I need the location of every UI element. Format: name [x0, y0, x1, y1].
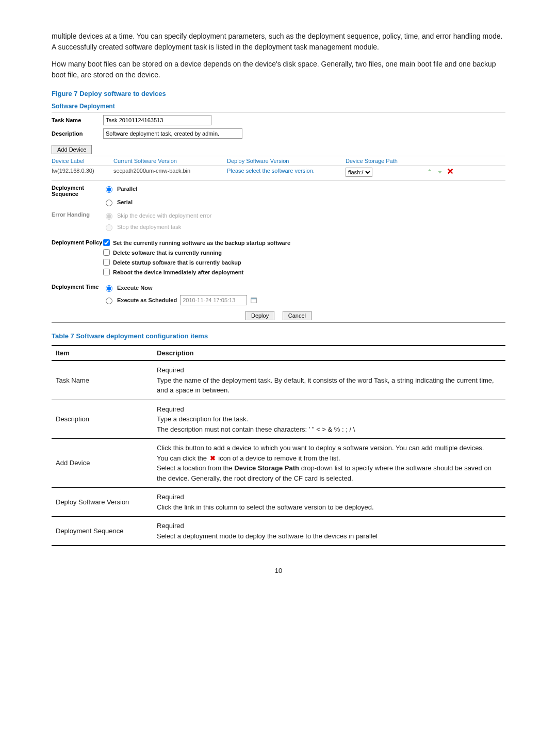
device-version-cell: secpath2000um-cmw-back.bin — [113, 168, 227, 177]
row-deployment-sequence-item: Deployment Sequence — [52, 517, 153, 546]
calendar-icon[interactable] — [250, 297, 257, 304]
deployment-sequence-label: Deployment Sequence — [52, 185, 103, 197]
err-stop-radio — [106, 224, 112, 231]
table-caption: Table 7 Software deployment configuratio… — [52, 332, 505, 340]
policy-delete-startup-label: Delete startup software that is currentl… — [113, 259, 241, 266]
row-deployment-sequence-desc: Required Select a deployment mode to dep… — [153, 517, 505, 546]
remove-x-icon: ✖ — [209, 454, 217, 462]
task-name-label: Task Name — [52, 117, 103, 123]
col-current-version: Current Software Version — [113, 158, 227, 164]
page-number: 10 — [52, 567, 505, 574]
policy-backup-label: Set the currently running software as th… — [113, 240, 290, 246]
row-description-item: Description — [52, 400, 153, 439]
seq-serial-radio[interactable] — [106, 200, 112, 206]
row-description-desc: Required Type a description for the task… — [153, 400, 505, 439]
time-scheduled-radio[interactable] — [106, 298, 112, 304]
row-task-name-item: Task Name — [52, 360, 153, 400]
policy-delete-running-label: Delete software that is currently runnin… — [113, 250, 222, 256]
panel-title: Software Deployment — [52, 103, 505, 112]
config-items-table: Item Description Task Name Required Type… — [52, 345, 505, 546]
intro-paragraph-1: multiple devices at a time. You can spec… — [52, 31, 505, 53]
error-handling-label: Error Handing — [52, 211, 103, 218]
err-skip-radio — [106, 213, 112, 220]
svg-rect-1 — [251, 298, 257, 300]
policy-delete-startup-check[interactable] — [103, 259, 110, 266]
row-task-name-desc: Required Type the name of the deployment… — [153, 360, 505, 400]
figure-caption: Figure 7 Deploy software to devices — [52, 90, 505, 97]
seq-serial-label: Serial — [117, 199, 133, 205]
policy-reboot-label: Reboot the device immediately after depl… — [113, 269, 243, 275]
deployment-policy-label: Deployment Policy — [52, 239, 103, 245]
row-deploy-version-desc: Required Click the link in this column t… — [153, 488, 505, 517]
cancel-button[interactable]: Cancel — [283, 311, 312, 320]
delete-icon[interactable] — [447, 168, 454, 175]
col-deploy-version: Deploy Software Version — [227, 158, 346, 164]
scheduled-time-input — [180, 295, 247, 305]
seq-parallel-radio[interactable] — [106, 186, 112, 193]
description-label: Description — [52, 130, 103, 137]
time-scheduled-label: Execute as Scheduled — [117, 297, 177, 303]
software-deployment-panel: Software Deployment Task Name Descriptio… — [52, 103, 505, 323]
intro-paragraph-2: How many boot files can be stored on a d… — [52, 59, 505, 80]
th-item: Item — [52, 346, 153, 360]
device-grid-header: Device Label Current Software Version De… — [52, 156, 505, 166]
device-deploy-link[interactable]: Please select the software version. — [227, 168, 346, 177]
device-label-cell: fw(192.168.0.30) — [52, 168, 113, 177]
task-name-input[interactable] — [103, 115, 211, 125]
row-deploy-version-item: Deploy Software Version — [52, 488, 153, 517]
time-now-label: Execute Now — [117, 285, 152, 291]
policy-delete-running-check[interactable] — [103, 249, 110, 256]
row-add-device-desc: Click this button to add a device to whi… — [153, 439, 505, 488]
seq-parallel-label: Parallel — [117, 186, 137, 192]
col-device-label: Device Label — [52, 158, 113, 164]
device-grid-row: fw(192.168.0.30) secpath2000um-cmw-back.… — [52, 166, 505, 178]
policy-backup-check[interactable] — [103, 239, 110, 246]
description-input[interactable] — [103, 128, 242, 139]
move-up-icon[interactable] — [426, 168, 433, 175]
policy-reboot-check[interactable] — [103, 269, 110, 275]
err-stop-label: Stop the deployment task — [117, 224, 181, 230]
th-description: Description — [153, 346, 505, 360]
deploy-button[interactable]: Deploy — [245, 311, 274, 320]
device-storage-path-select[interactable]: flash:/ — [346, 168, 372, 177]
err-skip-label: Skip the device with deployment error — [117, 212, 211, 219]
col-storage-path: Device Storage Path — [346, 158, 418, 164]
row-add-device-item: Add Device — [52, 439, 153, 488]
time-now-radio[interactable] — [106, 285, 112, 292]
add-device-button[interactable]: Add Device — [52, 145, 92, 154]
move-down-icon[interactable] — [436, 168, 444, 175]
deployment-time-label: Deployment Time — [52, 284, 103, 290]
